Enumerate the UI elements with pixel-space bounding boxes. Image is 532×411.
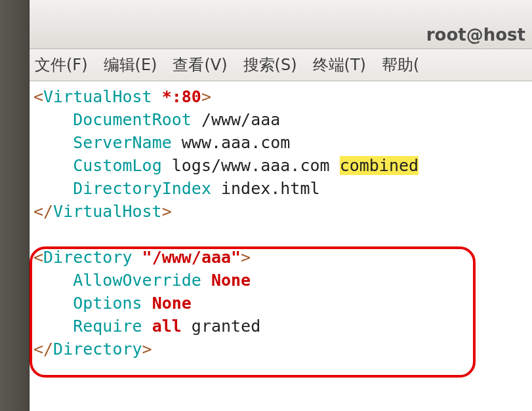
desktop-panel [0, 0, 30, 411]
value: granted [182, 317, 260, 336]
tag-directory: Directory [43, 248, 132, 267]
directive-allowoverride: AllowOverride [73, 271, 201, 290]
value: all [142, 317, 182, 336]
window-titlebar: root@host [30, 0, 532, 49]
editor-area[interactable]: <VirtualHost *:80> DocumentRoot /www/aaa… [30, 81, 532, 364]
menu-file[interactable]: 文件(F) [35, 54, 88, 75]
directive-options: Options [73, 294, 142, 313]
value: www.aaa.com [172, 133, 291, 152]
tag-virtualhost: VirtualHost [43, 87, 152, 106]
value: index.html [211, 179, 320, 198]
tag-directory-close: Directory [53, 340, 142, 359]
menu-terminal[interactable]: 终端(T) [313, 54, 366, 75]
menu-edit[interactable]: 编辑(E) [104, 54, 157, 75]
tag-bracket: < [33, 87, 43, 106]
directive-documentroot: DocumentRoot [73, 110, 192, 129]
tag-bracket: > [241, 248, 251, 267]
value: logs/www.aaa.com [162, 156, 340, 175]
directive-require: Require [73, 317, 142, 336]
tag-virtualhost-close: VirtualHost [53, 202, 162, 221]
tag-bracket: < [33, 248, 43, 267]
directive-customlog: CustomLog [73, 156, 161, 175]
value: None [142, 294, 192, 313]
menu-bar: 文件(F) 编辑(E) 查看(V) 搜索(S) 终端(T) 帮助( [30, 49, 532, 81]
value: None [201, 271, 251, 290]
tag-bracket: > [142, 340, 152, 359]
terminal-window: root@host 文件(F) 编辑(E) 查看(V) 搜索(S) 终端(T) … [30, 0, 532, 364]
menu-search[interactable]: 搜索(S) [243, 54, 297, 75]
tag-bracket: > [162, 202, 172, 221]
value: /www/aaa [192, 110, 280, 129]
tag-bracket: </ [33, 340, 53, 359]
tag-bracket: </ [33, 202, 53, 221]
value-highlight: combined [340, 156, 419, 175]
tag-args: "/www/aaa" [133, 248, 241, 267]
directive-directoryindex: DirectoryIndex [73, 179, 211, 198]
menu-view[interactable]: 查看(V) [173, 54, 227, 75]
menu-help[interactable]: 帮助( [382, 54, 419, 75]
window-title-text: root@host [426, 25, 525, 45]
directive-servername: ServerName [73, 133, 172, 152]
tag-bracket: > [201, 87, 211, 106]
tag-args: *:80 [152, 87, 201, 106]
